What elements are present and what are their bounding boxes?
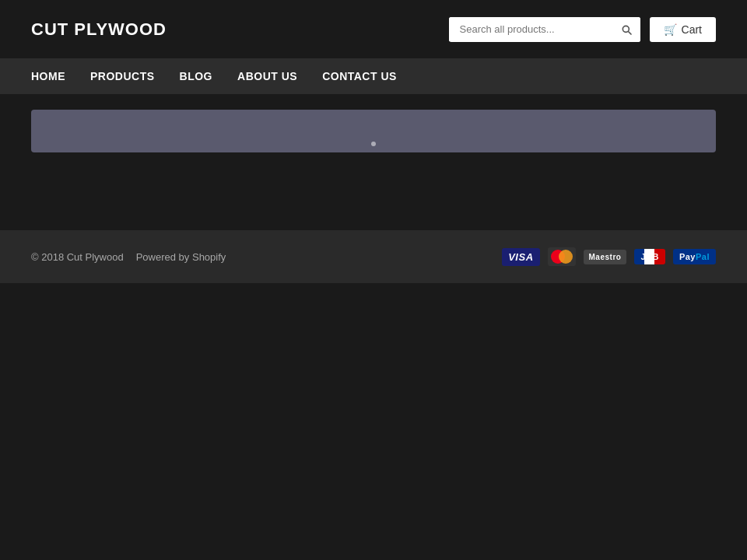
cart-icon: 🛒: [664, 23, 677, 36]
visa-icon: VISA: [502, 248, 539, 266]
mastercard-icon: [548, 247, 576, 266]
header-right: 🛒 Cart: [449, 17, 716, 42]
search-button[interactable]: [612, 17, 640, 42]
nav-item-about[interactable]: ABOUT US: [237, 59, 297, 93]
maestro-icon: Maestro: [584, 250, 627, 264]
jcb-icon: JCB: [634, 249, 665, 264]
nav-item-home[interactable]: HOME: [31, 59, 65, 93]
payment-icons: VISA Maestro JCB PayPal: [502, 247, 716, 266]
paypal-icon: PayPal: [673, 249, 716, 264]
footer-left: © 2018 Cut Plywood Powered by Shopify: [31, 251, 226, 263]
cart-button[interactable]: 🛒 Cart: [650, 17, 716, 42]
search-input[interactable]: [449, 17, 612, 41]
nav-item-contact[interactable]: CONTACT US: [322, 59, 397, 93]
banner-dot: [371, 142, 376, 146]
mastercard-circle-orange: [559, 250, 573, 264]
spacer: [0, 168, 747, 230]
site-logo[interactable]: CUT PLYWOOD: [31, 19, 167, 40]
nav-item-products[interactable]: PRODUCTS: [90, 59, 155, 93]
site-footer: © 2018 Cut Plywood Powered by Shopify VI…: [0, 230, 747, 283]
main-nav: HOME PRODUCTS BLOG ABOUT US CONTACT US: [0, 58, 747, 94]
footer-copyright: © 2018 Cut Plywood: [31, 251, 124, 263]
nav-item-blog[interactable]: BLOG: [180, 59, 212, 93]
site-header: CUT PLYWOOD 🛒 Cart: [0, 0, 747, 58]
cart-label: Cart: [682, 23, 702, 36]
powered-by-link[interactable]: Powered by Shopify: [136, 251, 226, 263]
main-content: [0, 94, 747, 168]
search-icon: [620, 23, 633, 36]
search-form: [449, 17, 640, 42]
content-banner: [31, 110, 716, 152]
